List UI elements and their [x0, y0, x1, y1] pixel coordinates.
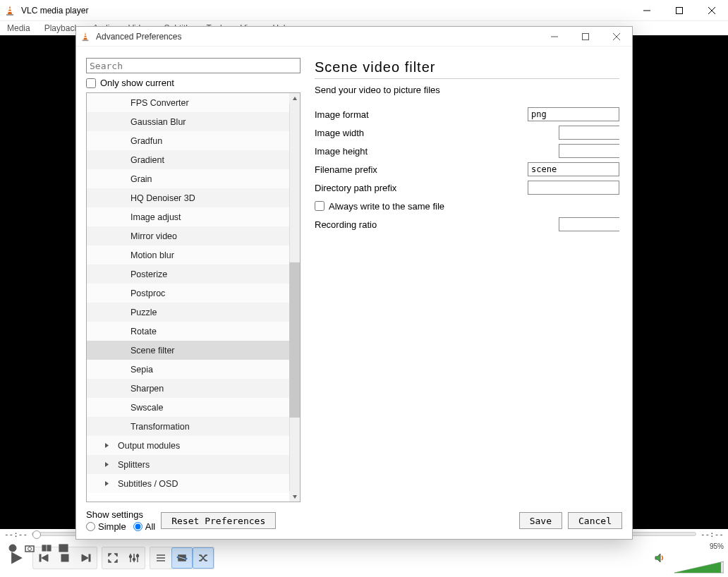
tree-item-label: Sharpen: [131, 384, 164, 394]
volume-slider[interactable]: [674, 560, 724, 574]
only-show-current-checkbox[interactable]: Only show current: [86, 78, 301, 88]
record-button[interactable]: [4, 540, 21, 556]
menu-media[interactable]: Media: [1, 22, 36, 35]
show-settings-simple-radio[interactable]: Simple: [86, 521, 126, 532]
frame-step-button[interactable]: [55, 540, 72, 556]
time-total: --:--: [700, 530, 724, 539]
tree-item-label: Output modules: [118, 441, 180, 451]
next-button[interactable]: [75, 547, 97, 569]
dialog-titlebar: Advanced Preferences: [76, 27, 632, 47]
dialog-close-button[interactable]: [601, 27, 632, 46]
tree-item[interactable]: Gradfun: [87, 131, 289, 150]
loop-button[interactable]: [171, 547, 193, 569]
svg-rect-5: [677, 7, 683, 13]
svg-rect-3: [8, 11, 12, 12]
panel-title: Scene video filter: [315, 59, 619, 75]
tree-item-label: Subtitles / OSD: [118, 479, 178, 489]
main-close-button[interactable]: [696, 0, 728, 20]
snapshot-button[interactable]: [21, 540, 38, 556]
panel-description: Send your video to picture files: [315, 85, 619, 95]
chevron-right-icon[interactable]: [104, 480, 112, 487]
tree-item-label: Splitters: [118, 460, 150, 470]
tree-item[interactable]: Mirror video: [87, 226, 289, 245]
tree-item[interactable]: Subtitles / OSD: [87, 474, 289, 493]
directory-prefix-input[interactable]: [528, 181, 619, 195]
svg-marker-45: [293, 97, 297, 100]
chevron-right-icon[interactable]: [104, 461, 112, 468]
svg-rect-36: [84, 35, 87, 35]
always-same-file-label: Always write to the same file: [329, 201, 444, 212]
preferences-tree[interactable]: FPS ConverterGaussian BlurGradfunGradien…: [87, 93, 289, 502]
tree-item[interactable]: Sepia: [87, 360, 289, 379]
tree-item[interactable]: Puzzle: [87, 303, 289, 322]
search-input[interactable]: [86, 58, 301, 73]
tree-item-label: Image adjust: [131, 212, 181, 222]
image-width-spinner[interactable]: [559, 126, 619, 140]
mute-button[interactable]: [649, 547, 670, 569]
scroll-up-arrow[interactable]: [289, 93, 300, 104]
dialog-minimize-button[interactable]: [539, 27, 570, 46]
tree-item[interactable]: Swscale: [87, 398, 289, 417]
image-format-input[interactable]: [528, 107, 619, 121]
tree-item[interactable]: Postproc: [87, 284, 289, 303]
random-button[interactable]: [193, 547, 214, 569]
svg-rect-35: [83, 40, 89, 41]
svg-point-17: [130, 556, 132, 558]
chevron-right-icon[interactable]: [104, 442, 112, 449]
svg-rect-31: [42, 545, 46, 551]
tree-item-label: Sepia: [131, 365, 153, 375]
tree-item-label: FPS Converter: [131, 98, 189, 108]
svg-marker-43: [105, 462, 109, 467]
tree-item-label: Motion blur: [131, 250, 174, 260]
tree-item-label: Gradfun: [131, 136, 162, 146]
cancel-button[interactable]: Cancel: [568, 512, 622, 529]
playlist-button[interactable]: [150, 547, 171, 569]
tree-item[interactable]: Image adjust: [87, 207, 289, 226]
tree-item-label: HQ Denoiser 3D: [131, 193, 195, 203]
filename-prefix-input[interactable]: [528, 162, 619, 176]
image-height-spinner[interactable]: [559, 144, 619, 158]
dialog-title: Advanced Preferences: [96, 32, 539, 42]
tree-item-label: Swscale: [131, 403, 164, 413]
tree-item[interactable]: Posterize: [87, 265, 289, 284]
svg-marker-0: [8, 6, 12, 14]
show-settings-all-radio[interactable]: All: [133, 521, 155, 532]
tree-item[interactable]: Transformation: [87, 417, 289, 436]
fullscreen-button[interactable]: [102, 547, 123, 569]
main-minimize-button[interactable]: [631, 0, 663, 20]
svg-marker-44: [105, 481, 109, 486]
directory-prefix-label: Directory path prefix: [315, 183, 528, 193]
atob-loop-button[interactable]: [38, 540, 55, 556]
always-same-file-checkbox[interactable]: Always write to the same file: [315, 201, 444, 212]
vlc-cone-icon: [80, 32, 90, 42]
ext-settings-button[interactable]: [123, 547, 145, 569]
reset-preferences-button[interactable]: Reset Preferences: [161, 512, 276, 529]
svg-marker-24: [186, 557, 188, 560]
tree-item[interactable]: Gradient: [87, 150, 289, 169]
main-maximize-button[interactable]: [663, 0, 696, 20]
time-elapsed: --:--: [4, 530, 28, 539]
tree-item[interactable]: Splitters: [87, 455, 289, 474]
tree-item-label: Rotate: [131, 327, 157, 336]
recording-ratio-spinner[interactable]: [559, 217, 619, 231]
image-width-label: Image width: [315, 128, 559, 138]
dialog-maximize-button[interactable]: [570, 27, 601, 46]
tree-item[interactable]: HQ Denoiser 3D: [87, 188, 289, 207]
tree-item[interactable]: Rotate: [87, 322, 289, 341]
tree-item[interactable]: Motion blur: [87, 245, 289, 265]
tree-item[interactable]: Output modules: [87, 436, 289, 455]
svg-point-18: [133, 559, 135, 561]
svg-point-30: [28, 547, 32, 551]
tree-item[interactable]: Sharpen: [87, 379, 289, 398]
tree-item-label: Mirror video: [131, 231, 177, 241]
tree-item[interactable]: FPS Converter: [87, 93, 289, 112]
tree-item[interactable]: Gaussian Blur: [87, 112, 289, 131]
tree-item[interactable]: Scene filter: [87, 341, 289, 360]
svg-marker-25: [655, 554, 660, 562]
main-window-title: VLC media player: [21, 6, 631, 16]
svg-marker-46: [293, 495, 297, 499]
scroll-thumb[interactable]: [289, 262, 300, 418]
scroll-down-arrow[interactable]: [289, 491, 300, 502]
save-button[interactable]: Save: [519, 512, 562, 529]
tree-item[interactable]: Grain: [87, 169, 289, 188]
